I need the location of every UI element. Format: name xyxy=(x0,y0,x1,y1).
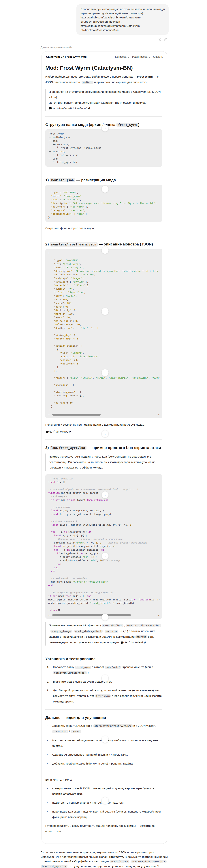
list-item: 3.Для быстрой проверки: откройте игру, и… xyxy=(47,688,162,704)
code-line: "starting_items": [], xyxy=(48,394,159,398)
citation-star-icon: ☆ xyxy=(72,106,75,110)
divider xyxy=(45,439,162,440)
code-line: "chance": 20, xyxy=(48,358,159,362)
list-item: 1.Положите папку frost_wyrm в каталог da… xyxy=(47,664,162,676)
citation-bubble-icon xyxy=(121,642,123,644)
code-line: "description": "A massive serpentine wyr… xyxy=(48,269,159,273)
user-message-line: игры (например добавляющий нового монстр… xyxy=(80,11,164,15)
canvas-card: Cataclysm Bn Frost Wyrm Mod КопироватьРе… xyxy=(42,51,167,844)
code-line: for _, e in ipairs(hit_entities) do xyxy=(48,548,159,552)
citation-label: cite xyxy=(52,107,56,110)
scroll-down-button[interactable]: ↓ xyxy=(102,124,109,132)
citation-label: cite xyxy=(48,430,52,433)
scrollbar-track[interactable] xyxy=(50,414,158,415)
code-line: "default_faction": "hostile", xyxy=(48,273,159,277)
list-item: •переписать Lua-скрипт под конкретный Lu… xyxy=(47,809,162,820)
thinking-duration[interactable]: Думал на протяжении 8s xyxy=(41,45,207,49)
code-line: "id": "frost_wyrm", xyxy=(48,262,159,266)
code-line: local M = {} xyxy=(48,480,159,484)
divider xyxy=(45,709,162,710)
code-line: "size": "LARGE", xyxy=(48,294,159,298)
scroll-down-button[interactable]: ↓ xyxy=(102,491,109,498)
code-line: "armor": 40, xyxy=(48,315,159,319)
citation-star-icon: ☆ xyxy=(56,106,59,110)
inline-code: monsters/frost_wyrm.json xyxy=(131,860,166,863)
code-line: if not mods then mods = {} end xyxy=(48,594,159,598)
scroll-left-icon[interactable]: ◂ xyxy=(48,413,49,416)
paragraph: Пояснения и ссылки на поля можно найти в… xyxy=(45,422,162,428)
scroll-down-button[interactable]: ↓ xyxy=(102,614,109,621)
code-line: -- небольшой откат/фидбек xyxy=(48,577,159,580)
inline-code: mon:posx xyxy=(105,630,118,633)
edit-message-button[interactable] xyxy=(164,38,167,41)
scroll-down-button[interactable]: ↓ xyxy=(102,186,109,193)
section-heading: Установка и тестирование xyxy=(45,657,162,661)
code-scrollbar[interactable]: ◂▸ xyxy=(48,413,159,416)
code-line: "vision_night": 6, xyxy=(48,337,159,341)
user-message-line: BN/tree/main/docs/en/mod/json , xyxy=(80,20,164,24)
scroll-down-button[interactable]: ↓ xyxy=(102,247,109,254)
list-item: •Добавить трофеи (scaled hide, wyrm bone… xyxy=(47,761,162,767)
scrollbar-thumb[interactable] xyxy=(52,614,131,616)
code-line: "bodytype": "dragon", xyxy=(48,277,159,280)
code-line xyxy=(48,516,159,520)
scroll-down-button[interactable]: ↓ xyxy=(102,369,109,376)
inline-code: symbol xyxy=(71,730,81,733)
inline-code: e:add_status_effect xyxy=(74,630,103,633)
code-line: "speed": 100, xyxy=(48,301,159,305)
code-line: "name": "Frost Wyrm", xyxy=(48,198,159,202)
canvas-title: Cataclysm Bn Frost Wyrm Mod xyxy=(46,55,86,58)
code-line: local mx, my = mon:posx(), mon:posy() xyxy=(48,509,159,513)
scroll-down-button[interactable]: ↓ xyxy=(102,553,109,560)
code-line: "material": [ "iflesh" ], xyxy=(48,284,159,287)
citation-label: turn0view0 xyxy=(56,430,68,433)
inline-code: modinfo.json xyxy=(50,178,75,182)
paragraph: Сохраните файл в корне папки мода. xyxy=(45,225,162,231)
list-marker: 2. xyxy=(47,679,53,684)
code-line: "melee_damage": 20, xyxy=(48,323,159,326)
code-line: ├─ gfx/ xyxy=(48,139,159,143)
list: •Добавить спрайты/ASCII-арт в gfx/monste… xyxy=(45,723,162,767)
scroll-down-button[interactable]: ↓ xyxy=(102,797,109,804)
section-heading: 3) lua/frost_wyrm.lua — пример простого … xyxy=(45,445,162,450)
code-block: frost_wyrm/├─ modinfo.json├─ gfx/│ └─ mo… xyxy=(45,129,162,167)
code-line: "species": [ "DRAGON" ], xyxy=(48,280,159,284)
list-marker: • xyxy=(47,761,52,767)
code-line: "name": "Frost Wyrm", xyxy=(48,266,159,269)
code-line: { xyxy=(48,255,159,259)
copy-message-button[interactable] xyxy=(158,38,162,41)
scroll-down-button[interactable]: ↓ xyxy=(102,308,109,315)
quote-line: Пример использует API моддинга через Lua… xyxy=(49,454,162,470)
user-message-line: Проанализируй информацию по этим ссылкам… xyxy=(80,7,164,11)
citation-bubble-icon xyxy=(49,107,52,109)
code-line: end xyxy=(48,569,159,573)
user-message-line: BN/tree/main/docs/en/mod/lua xyxy=(80,28,164,32)
scroll-left-icon[interactable]: ◂ xyxy=(48,614,49,616)
code-line: "script_id": "frost_breath", xyxy=(48,355,159,359)
code-line: "melee_skill": 8, xyxy=(48,319,159,323)
scroll-right-icon[interactable]: ▸ xyxy=(158,614,159,616)
scrollbar-thumb[interactable] xyxy=(52,414,101,415)
canvas-action-скачать[interactable]: Скачать xyxy=(153,55,163,58)
code-line: "type": "MONSTER", xyxy=(48,258,159,262)
scroll-down-button[interactable]: ↓ xyxy=(102,430,109,437)
code-line: └─ lua/ xyxy=(48,157,159,161)
code-line: -- Наносим урон от холода (немного) и за… xyxy=(48,537,159,541)
canvas-action-редактировать[interactable]: Редактировать xyxy=(132,55,150,58)
scroll-right-icon[interactable]: ▸ xyxy=(158,413,159,416)
code-line: "vision_day": 8, xyxy=(48,334,159,337)
code-line: for _, p in ipairs(tiles) do xyxy=(48,530,159,534)
list-marker: • xyxy=(47,723,52,735)
scroll-down-button[interactable]: ↓ xyxy=(102,736,109,743)
code-line: } xyxy=(48,405,159,408)
inline-code: monster_utils.cone_tiles xyxy=(126,624,161,627)
citation-star-icon: ☆ xyxy=(128,641,131,644)
code-line xyxy=(48,398,159,401)
copy-icon xyxy=(158,38,162,41)
code-line: local hit_entities = game.entities_at(x,… xyxy=(48,545,159,548)
scroll-down-button[interactable]: ↓ xyxy=(102,675,109,682)
list-marker: 1. xyxy=(47,664,53,676)
pencil-icon xyxy=(164,38,167,41)
list-item-text: переписать Lua-скрипт под конкретный Lua… xyxy=(52,809,162,820)
canvas-action-копировать[interactable]: Копировать xyxy=(115,55,129,58)
